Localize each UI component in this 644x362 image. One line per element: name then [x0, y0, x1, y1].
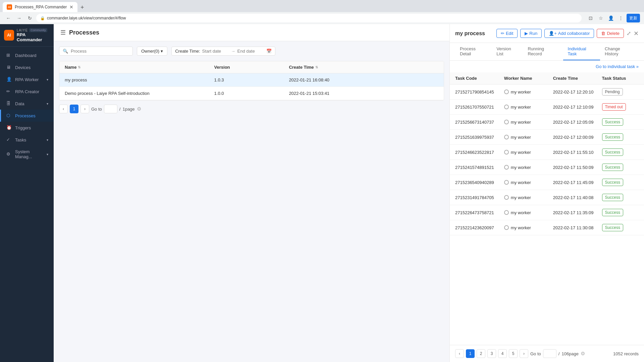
address-bar[interactable]: 🔒 commander.laiye.uk/view/commander/#/fl…: [36, 14, 582, 22]
sidebar: AI LAIYE Community RPA Commander ⊞ Dashb…: [0, 24, 54, 362]
tab-running-record[interactable]: Running Record: [523, 43, 563, 60]
sidebar-item-triggers[interactable]: ⏰ Triggers: [0, 122, 54, 134]
task-table-row[interactable]: 2715231491784705 my worker 2022-02-17 11…: [450, 190, 644, 205]
tab-process-detail[interactable]: Process Detail: [455, 43, 492, 60]
create-time-cell: 2022-02-17 12:05:09: [553, 120, 602, 125]
goto-page-input[interactable]: [104, 105, 117, 113]
task-table-row[interactable]: 2715271790854145 my worker 2022-02-17 12…: [450, 84, 644, 100]
sidebar-item-processes[interactable]: ⬡ Processes: [0, 110, 54, 122]
logo-name: RPA Commander: [17, 32, 50, 42]
goto-page-input[interactable]: [543, 349, 556, 358]
page-5-button[interactable]: 5: [509, 349, 518, 358]
logo-icon: AI: [4, 30, 14, 41]
worker-name: my worker: [511, 180, 531, 185]
cast-icon[interactable]: ⊡: [586, 14, 595, 22]
active-tab[interactable]: AI Processes_RPA Commander ✕: [3, 2, 77, 12]
task-code-cell: 2715246623522817: [455, 150, 504, 155]
create-time-cell: 2022-02-17 11:35:09: [553, 210, 602, 215]
col-task-code: Task Code: [455, 76, 504, 81]
status-cell: Pending: [602, 88, 639, 96]
task-code-cell: 2715261707550721: [455, 105, 504, 110]
start-date-input[interactable]: [202, 49, 229, 54]
worker-cell: my worker: [504, 150, 553, 155]
add-collaborator-button[interactable]: 👤+ Add collaborator: [544, 29, 594, 38]
page-1-button[interactable]: 1: [466, 349, 475, 358]
new-tab-button[interactable]: +: [77, 3, 87, 12]
update-button[interactable]: 更新: [627, 14, 640, 22]
forward-button[interactable]: →: [15, 14, 23, 22]
search-input[interactable]: [71, 49, 129, 54]
sort-icon: ⇅: [78, 65, 80, 69]
tab-change-history[interactable]: Change History: [600, 43, 639, 60]
create-time-cell: 2022-02-17 11:40:08: [553, 195, 602, 200]
sidebar-item-label: Devices: [15, 65, 31, 70]
edit-button[interactable]: ✏ Edit: [496, 29, 518, 38]
chevron-down-icon: ▾: [47, 138, 48, 142]
sidebar-item-rpa-creator[interactable]: ✏ RPA Creator: [0, 85, 54, 98]
prev-page-button[interactable]: ‹: [59, 105, 68, 113]
task-rows-container: 2715271790854145 my worker 2022-02-17 12…: [450, 84, 644, 235]
create-time-cell: 2022-02-17 11:30:08: [553, 225, 602, 230]
tab-individual-task[interactable]: Individual Task: [563, 43, 600, 60]
sidebar-item-label: RPA Creator: [15, 89, 39, 94]
tab-close-icon[interactable]: ✕: [69, 4, 73, 10]
expand-icon[interactable]: ⤢: [627, 30, 631, 37]
worker-name: my worker: [511, 105, 531, 110]
table-row[interactable]: Demo process - Laiye RPA Self-introducti…: [59, 87, 444, 100]
task-table-row[interactable]: 2715221423620097 my worker 2022-02-17 11…: [450, 220, 644, 235]
worker-name: my worker: [511, 150, 531, 155]
task-table-row[interactable]: 2715226473758721 my worker 2022-02-17 11…: [450, 205, 644, 220]
calendar-icon[interactable]: 📅: [266, 49, 272, 54]
prev-page-button[interactable]: ‹: [455, 349, 464, 358]
system-manage-icon: ⚙: [6, 152, 12, 157]
sidebar-item-system-manage[interactable]: ⚙ System Manag... ▾: [0, 146, 54, 163]
goto-label: Go to: [91, 107, 102, 112]
profile-icon[interactable]: 👤: [606, 14, 615, 22]
goto-individual-link[interactable]: Go to individual task »: [596, 64, 639, 69]
task-table-settings-icon[interactable]: ⚙: [581, 351, 585, 357]
run-icon: ▶: [525, 31, 528, 36]
run-button[interactable]: ▶ Run: [520, 29, 542, 38]
chevron-down-icon: ▾: [47, 153, 48, 156]
process-version-cell: 1.0.0: [214, 91, 289, 96]
task-table-row[interactable]: 2715246623522817 my worker 2022-02-17 11…: [450, 145, 644, 160]
menu-icon[interactable]: ⋮: [616, 14, 625, 22]
sidebar-item-label: Dashboard: [15, 53, 37, 58]
page-4-button[interactable]: 4: [498, 349, 507, 358]
right-panel-process-name: my process: [455, 31, 485, 37]
worker-name: my worker: [511, 195, 531, 200]
process-name-cell: Demo process - Laiye RPA Self-introducti…: [65, 91, 214, 96]
back-button[interactable]: ←: [4, 14, 13, 22]
task-table-row[interactable]: 2715251639975937 my worker 2022-02-17 12…: [450, 130, 644, 145]
sidebar-item-data[interactable]: 🗄 Data ▾: [0, 98, 54, 110]
page-3-button[interactable]: 3: [487, 349, 496, 358]
add-user-icon: 👤+: [549, 31, 557, 36]
sidebar-item-devices[interactable]: 🖥 Devices: [0, 61, 54, 73]
delete-button[interactable]: 🗑 Delete: [597, 29, 624, 38]
sidebar-item-dashboard[interactable]: ⊞ Dashboard: [0, 49, 54, 61]
tab-version-list[interactable]: Version List: [492, 43, 523, 60]
page-1-button[interactable]: 1: [70, 105, 78, 113]
goto-label: Go to: [530, 351, 541, 356]
hamburger-icon[interactable]: ☰: [60, 29, 66, 36]
next-page-button[interactable]: ›: [80, 105, 89, 113]
sidebar-item-rpa-worker[interactable]: 👤 RPA Worker ▾: [0, 73, 54, 85]
bookmark-icon[interactable]: ☆: [596, 14, 605, 22]
task-table-row[interactable]: 2715241574891521 my worker 2022-02-17 11…: [450, 160, 644, 175]
task-table-row[interactable]: 2715236540940289 my worker 2022-02-17 11…: [450, 175, 644, 190]
owner-filter-button[interactable]: Owner(0) ▾: [137, 47, 167, 56]
reload-button[interactable]: ↻: [25, 14, 34, 22]
task-table-row[interactable]: 2715261707550721 my worker 2022-02-17 12…: [450, 100, 644, 115]
close-icon[interactable]: ✕: [634, 30, 639, 37]
end-date-input[interactable]: [237, 49, 264, 54]
table-row[interactable]: my process 1.0.3 2022-01-21 16:08:40: [59, 73, 444, 87]
next-page-button[interactable]: ›: [520, 349, 528, 358]
left-area: ☰ Processes 🔍 Owner(0) ▾ Create Tim: [54, 24, 449, 362]
table-settings-icon[interactable]: ⚙: [137, 106, 141, 112]
search-box[interactable]: 🔍: [59, 47, 133, 56]
task-code-cell: 2715221423620097: [455, 225, 504, 230]
task-table-row[interactable]: 2715256673140737 my worker 2022-02-17 12…: [450, 115, 644, 130]
sidebar-item-tasks[interactable]: ✓ Tasks ▾: [0, 134, 54, 146]
page-2-button[interactable]: 2: [477, 349, 485, 358]
worker-cell: my worker: [504, 120, 553, 125]
